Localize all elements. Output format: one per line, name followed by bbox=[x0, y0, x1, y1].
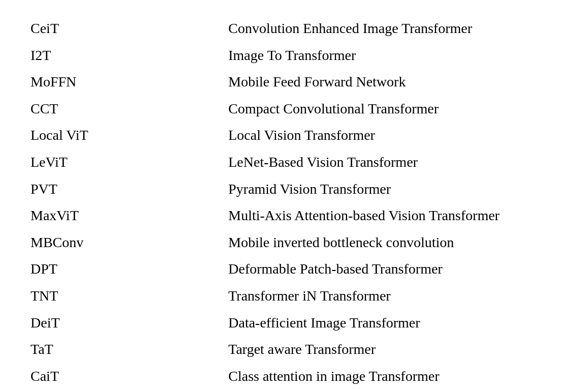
table-row: Local ViTLocal Vision Transformer bbox=[20, 122, 568, 149]
table-row: TaTTarget aware Transformer bbox=[20, 336, 568, 363]
abbreviation: CaiT bbox=[20, 363, 228, 389]
table-row: CeiTConvolution Enhanced Image Transform… bbox=[20, 15, 568, 42]
full-name: LeNet-Based Vision Transformer bbox=[228, 149, 568, 176]
table-row: DPTDeformable Patch-based Transformer bbox=[20, 256, 568, 283]
full-name: Compact Convolutional Transformer bbox=[228, 96, 568, 123]
full-name: Image To Transformer bbox=[228, 42, 568, 69]
full-name: Deformable Patch-based Transformer bbox=[228, 256, 568, 283]
full-name: Pyramid Vision Transformer bbox=[228, 176, 568, 203]
abbreviation: MoFFN bbox=[20, 69, 228, 96]
abbreviation: CCT bbox=[20, 96, 228, 123]
acronym-table: CeiTConvolution Enhanced Image Transform… bbox=[20, 15, 568, 389]
full-name: Local Vision Transformer bbox=[228, 122, 568, 149]
full-name: Convolution Enhanced Image Transformer bbox=[228, 15, 568, 42]
abbreviation: TNT bbox=[20, 283, 228, 310]
full-name: Data-efficient Image Transformer bbox=[228, 310, 568, 337]
table-row: CaiTClass attention in image Transformer bbox=[20, 363, 568, 389]
abbreviation: LeViT bbox=[20, 149, 228, 176]
full-name: Multi-Axis Attention-based Vision Transf… bbox=[228, 202, 568, 229]
abbreviation: DPT bbox=[20, 256, 228, 283]
table-row: LeViTLeNet-Based Vision Transformer bbox=[20, 149, 568, 176]
table-row: CCTCompact Convolutional Transformer bbox=[20, 96, 568, 123]
abbreviation: CeiT bbox=[20, 15, 228, 42]
table-row: TNTTransformer iN Transformer bbox=[20, 283, 568, 310]
abbreviation: I2T bbox=[20, 42, 228, 69]
full-name: Mobile inverted bottleneck convolution bbox=[228, 229, 568, 256]
table-row: PVTPyramid Vision Transformer bbox=[20, 176, 568, 203]
full-name: Mobile Feed Forward Network bbox=[228, 69, 568, 96]
full-name: Class attention in image Transformer bbox=[228, 363, 568, 389]
abbreviation: DeiT bbox=[20, 310, 228, 337]
abbreviation: MBConv bbox=[20, 229, 228, 256]
table-row: MoFFNMobile Feed Forward Network bbox=[20, 69, 568, 96]
abbreviation: PVT bbox=[20, 176, 228, 203]
table-row: I2TImage To Transformer bbox=[20, 42, 568, 69]
full-name: Target aware Transformer bbox=[228, 336, 568, 363]
abbreviation: MaxViT bbox=[20, 202, 228, 229]
table-row: MaxViTMulti-Axis Attention-based Vision … bbox=[20, 202, 568, 229]
abbreviation: TaT bbox=[20, 336, 228, 363]
abbreviation: Local ViT bbox=[20, 122, 228, 149]
table-row: DeiTData-efficient Image Transformer bbox=[20, 310, 568, 337]
table-row: MBConvMobile inverted bottleneck convolu… bbox=[20, 229, 568, 256]
full-name: Transformer iN Transformer bbox=[228, 283, 568, 310]
